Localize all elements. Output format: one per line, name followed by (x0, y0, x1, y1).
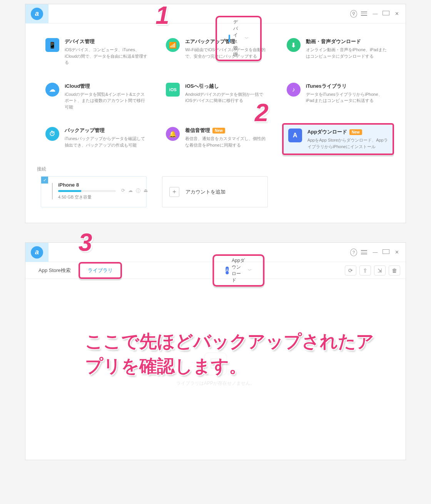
menu-icon[interactable] (361, 250, 368, 254)
feature-desc: iTunesバックアップからデータを確認して抽出でき、バックアップの作成も可能 (65, 135, 148, 148)
eject-icon[interactable]: ⏏ (144, 188, 148, 194)
chevron-down-icon: ﹀ (248, 268, 252, 273)
backup-icon[interactable]: ☁ (128, 188, 133, 194)
feature-clock[interactable]: ⏱バックアップ管理iTunesバックアップからデータを確認して抽出でき、バックア… (41, 123, 153, 155)
delete-button[interactable]: 🗑 (389, 265, 400, 275)
wifi-icon: 📶 (166, 38, 180, 52)
feature-title: バックアップ管理 (65, 127, 148, 134)
new-badge: New (212, 128, 225, 134)
refresh-button[interactable]: ⟳ (345, 265, 356, 275)
window-controls: ⚲ — ✕ (350, 10, 406, 18)
close-button[interactable]: ✕ (393, 249, 400, 255)
app-logo-icon: a (31, 8, 43, 20)
annotation-caption: ここで先ほどバックアップされたアプリを確認します。 (85, 329, 378, 379)
cloud-icon: ☁ (45, 83, 59, 97)
download-icon: ⬇ (287, 38, 301, 52)
feature-desc: iOSデバイス、コンピュータ、iTunes、iCloudの間で、データを自由に転… (65, 47, 148, 66)
feature-title: iTunesライブラリ (306, 83, 389, 90)
add-account-button[interactable]: ＋ アカウントを追加 (162, 176, 268, 207)
feature-desc: iCoudのデータを閲覧&インポート&エクスポート、または複数のアカウント間で移… (65, 91, 148, 110)
nav-title: デバイス管理 (233, 19, 242, 58)
plus-icon: ＋ (169, 187, 179, 197)
connection-row: ✓ iPhone 8 4.50 GB 空き容量 ⟳ ☁ ⓘ ⏏ ＋ アカウントを… (25, 176, 406, 223)
feature-title: iCloud管理 (65, 83, 148, 90)
sync-icon[interactable]: ⟳ (121, 188, 125, 194)
clock-icon: ⏱ (45, 127, 59, 141)
device-card[interactable]: ✓ iPhone 8 4.50 GB 空き容量 ⟳ ☁ ⓘ ⏏ (41, 176, 147, 207)
app-icon: A (288, 129, 302, 142)
window-app-download: 3 a A Appダウンロード ﹀ ? — ✕ App Store検索 ライブラ… (25, 242, 406, 460)
annotation-2: 2 (255, 98, 269, 127)
feature-cloud[interactable]: ☁iCloud管理iCoudのデータを閲覧&インポート&エクスポート、または複数… (41, 79, 153, 114)
connect-label: 接続 (25, 163, 406, 176)
feature-title: 着信音管理New (185, 127, 269, 134)
minimize-button[interactable]: — (372, 11, 379, 17)
maximize-button[interactable] (383, 11, 389, 17)
device-name: iPhone 8 (58, 182, 116, 188)
chevron-down-icon: ﹀ (245, 36, 249, 41)
app-logo: a (25, 243, 48, 262)
phone-icon: 📱 (45, 38, 59, 52)
menu-icon[interactable] (361, 12, 368, 16)
device-icon (52, 183, 53, 200)
search-icon[interactable]: ⚲ (350, 10, 357, 18)
nav-dropdown[interactable]: デバイス管理 ﹀ (216, 16, 262, 61)
app-logo-icon: a (31, 246, 43, 259)
annotation-3: 3 (79, 228, 92, 257)
feature-download[interactable]: ⬇動画・音声ダウンロードオンライン動画・音声をiPhone、iPadまたはコンピ… (282, 34, 394, 70)
device-selected-check-icon: ✓ (41, 177, 48, 184)
feature-desc: オンライン動画・音声をiPhone、iPadまたはコンピュータにダウンロードする (306, 47, 389, 59)
device-free-space: 4.50 GB 空き容量 (58, 194, 116, 200)
info-icon[interactable]: ⓘ (136, 188, 140, 194)
new-badge: New (349, 129, 362, 135)
tab-app-store-search[interactable]: App Store検索 (31, 262, 79, 279)
tab-library[interactable]: ライブラリ (79, 262, 122, 279)
feature-title: iOSへ引っ越し (185, 83, 269, 90)
import-button[interactable]: ⇲ (374, 265, 386, 275)
ios-icon: iOS (166, 83, 180, 97)
music-icon: ♪ (287, 83, 301, 97)
feature-title: AppダウンロードNew (307, 129, 388, 135)
phone-icon (229, 35, 230, 42)
titlebar: a デバイス管理 ﹀ 1 ⚲ — ✕ (25, 4, 406, 23)
feature-desc: データをiTunesライブラリからiPhone、iPadまたはコンピュータに転送… (306, 91, 389, 104)
feature-title: デバイス管理 (65, 38, 148, 45)
toolbar-buttons: ⟳ ⇪ ⇲ 🗑 (345, 265, 400, 275)
feature-bell[interactable]: 🔔着信音管理New着信音、通知音をカスタマイズし、個性的な着信音をiPhoneに… (161, 123, 273, 155)
storage-bar (58, 190, 116, 192)
feature-music[interactable]: ♪iTunesライブラリデータをiTunesライブラリからiPhone、iPad… (282, 79, 394, 114)
bell-icon: 🔔 (166, 127, 180, 141)
window-controls: ? — ✕ (350, 249, 406, 256)
window-device-management: a デバイス管理 ﹀ 1 ⚲ — ✕ 📱デバイス管理iOSデバイス、コンピュータ… (25, 4, 406, 223)
annotation-1: 1 (155, 1, 169, 30)
close-button[interactable]: ✕ (393, 11, 400, 17)
add-account-label: アカウントを追加 (185, 189, 226, 195)
feature-title: 動画・音声ダウンロード (306, 38, 389, 45)
help-icon[interactable]: ? (350, 249, 357, 256)
minimize-button[interactable]: — (372, 249, 379, 255)
feature-desc: AppをApp Storeからダウンロード、AppライブラリからiPhoneにイ… (307, 137, 388, 150)
feature-desc: 着信音、通知音をカスタマイズし、個性的な着信音をiPhoneに同期する (185, 135, 269, 148)
maximize-button[interactable] (383, 249, 389, 255)
feature-phone[interactable]: 📱デバイス管理iOSデバイス、コンピュータ、iTunes、iCloudの間で、デ… (41, 34, 153, 70)
app-logo: a (25, 4, 48, 23)
appstore-icon: A (226, 267, 229, 274)
empty-message: ライブラリはAPPが存在せノません。 (176, 380, 255, 387)
device-actions: ⟳ ☁ ⓘ ⏏ (121, 188, 148, 194)
library-content: ☐ ライブラリはAPPが存在せノません。 ここで先ほどバックアップされたアプリを… (25, 279, 406, 460)
export-button[interactable]: ⇪ (359, 265, 371, 275)
feature-app[interactable]: AAppダウンロードNewAppをApp Storeからダウンロード、Appライ… (282, 123, 394, 155)
